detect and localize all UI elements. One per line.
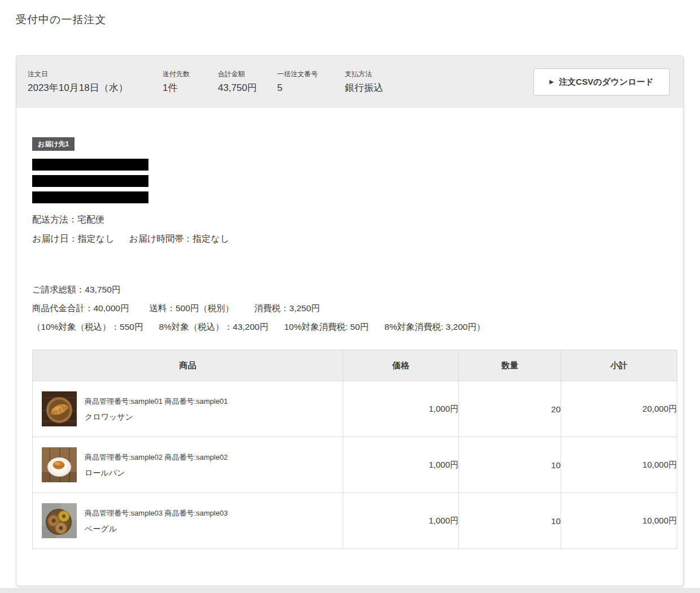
roll-bread-product-image xyxy=(42,447,77,482)
delivery-schedule-line: お届け日：指定なしお届け時間帯：指定なし xyxy=(32,229,683,248)
tax-8-amount: 8%対象消費税: 3,200円） xyxy=(384,322,485,332)
table-row: 商品管理番号:sample02 商品番号:sample02 ロールパン 1,00… xyxy=(33,437,677,493)
redacted-address-line xyxy=(32,175,148,187)
destination-count-label: 送付先数 xyxy=(163,70,190,78)
product-name: ロールパン xyxy=(85,468,228,477)
column-header-price: 価格 xyxy=(343,350,459,381)
bulk-order-card: 注文日 2023年10月18日（水） 送付先数 1件 合計金額 43,750円 … xyxy=(16,55,684,586)
product-name: クロワッサン xyxy=(85,412,228,421)
price-cell: 1,000円 xyxy=(343,437,459,493)
csv-download-label: 注文CSVのダウンロード xyxy=(559,77,654,88)
shipping-fee: 送料：500円（税別） xyxy=(149,303,234,313)
price-cell: 1,000円 xyxy=(343,381,459,437)
order-date-value: 2023年10月18日（水） xyxy=(28,82,128,94)
payment-method-value: 銀行振込 xyxy=(345,82,383,94)
billing-total-line: ご請求総額：43,750円 xyxy=(32,280,683,299)
bagel-product-image xyxy=(42,503,77,538)
bulk-order-number-value: 5 xyxy=(277,82,318,94)
quantity-cell: 10 xyxy=(459,493,561,549)
subtotal-cell: 20,000円 xyxy=(561,381,677,437)
product-name: ベーグル xyxy=(85,524,228,533)
shipping-info: 配送方法：宅配便 お届け日：指定なしお届け時間帯：指定なし xyxy=(32,210,683,248)
billing-breakdown-line: 商品代金合計：40,000円送料：500円（税別）消費税：3,250円 xyxy=(32,299,683,317)
shipping-method-line: 配送方法：宅配便 xyxy=(32,210,683,229)
payment-method-label: 支払方法 xyxy=(345,70,383,78)
bulk-order-number-label: 一括注文番号 xyxy=(277,70,318,78)
total-amount-value: 43,750円 xyxy=(218,82,257,94)
destination-badge: お届け先1 xyxy=(32,137,75,151)
delivery-date: お届け日：指定なし xyxy=(32,234,115,243)
triangle-right-icon: ▶ xyxy=(549,79,554,85)
page-title: 受付中の一括注文 xyxy=(16,12,106,27)
summary-field-bulk-order-number: 一括注文番号 5 xyxy=(277,70,318,94)
destination-count-value: 1件 xyxy=(163,82,190,94)
croissant-product-image xyxy=(42,391,77,426)
quantity-cell: 20 xyxy=(459,381,561,437)
order-items-table: 商品 価格 数量 小計 xyxy=(32,350,677,549)
total-amount-label: 合計金額 xyxy=(218,70,257,78)
table-row: 商品管理番号:sample03 商品番号:sample03 ベーグル 1,000… xyxy=(33,493,677,549)
table-row: 商品管理番号:sample01 商品番号:sample01 クロワッサン 1,0… xyxy=(33,381,677,437)
order-date-label: 注文日 xyxy=(28,70,128,78)
card-body: お届け先1 配送方法：宅配便 お届け日：指定なしお届け時間帯：指定なし ご請求総… xyxy=(16,108,683,549)
tax-8-included: 8%対象（税込）：43,200円 xyxy=(159,322,268,332)
quantity-cell: 10 xyxy=(459,437,561,493)
price-cell: 1,000円 xyxy=(343,493,459,549)
product-cell: 商品管理番号:sample01 商品番号:sample01 クロワッサン xyxy=(33,381,343,437)
table-header-row: 商品 価格 数量 小計 xyxy=(33,350,677,381)
order-csv-download-button[interactable]: ▶ 注文CSVのダウンロード xyxy=(533,68,670,95)
tax-10-amount: 10%対象消費税: 50円 xyxy=(284,322,369,332)
summary-field-order-date: 注文日 2023年10月18日（水） xyxy=(28,70,128,94)
order-summary-header: 注文日 2023年10月18日（水） 送付先数 1件 合計金額 43,750円 … xyxy=(16,56,683,108)
redacted-address-line xyxy=(32,191,148,203)
billing-tax-detail-line: （10%対象（税込）：550円8%対象（税込）：43,200円10%対象消費税:… xyxy=(32,317,683,336)
column-header-quantity: 数量 xyxy=(459,350,561,381)
billing-summary: ご請求総額：43,750円 商品代金合計：40,000円送料：500円（税別）消… xyxy=(32,280,683,336)
product-code: 商品管理番号:sample01 商品番号:sample01 xyxy=(85,397,228,405)
summary-field-payment-method: 支払方法 銀行振込 xyxy=(345,70,383,94)
product-cell: 商品管理番号:sample03 商品番号:sample03 ベーグル xyxy=(33,493,343,549)
delivery-time: お届け時間帯：指定なし xyxy=(129,234,230,243)
column-header-product: 商品 xyxy=(33,350,343,381)
tax-10-included: （10%対象（税込）：550円 xyxy=(32,322,143,332)
item-total: 商品代金合計：40,000円 xyxy=(32,303,129,313)
summary-field-destination-count: 送付先数 1件 xyxy=(163,70,190,94)
product-code: 商品管理番号:sample03 商品番号:sample03 xyxy=(85,509,228,517)
subtotal-cell: 10,000円 xyxy=(561,493,677,549)
column-header-subtotal: 小計 xyxy=(561,350,677,381)
consumption-tax: 消費税：3,250円 xyxy=(254,303,320,313)
product-code: 商品管理番号:sample02 商品番号:sample02 xyxy=(85,453,228,461)
redacted-address-line xyxy=(32,159,148,171)
page-bottom-strip xyxy=(0,588,700,593)
subtotal-cell: 10,000円 xyxy=(561,437,677,493)
product-cell: 商品管理番号:sample02 商品番号:sample02 ロールパン xyxy=(33,437,343,493)
summary-field-total-amount: 合計金額 43,750円 xyxy=(218,70,257,94)
